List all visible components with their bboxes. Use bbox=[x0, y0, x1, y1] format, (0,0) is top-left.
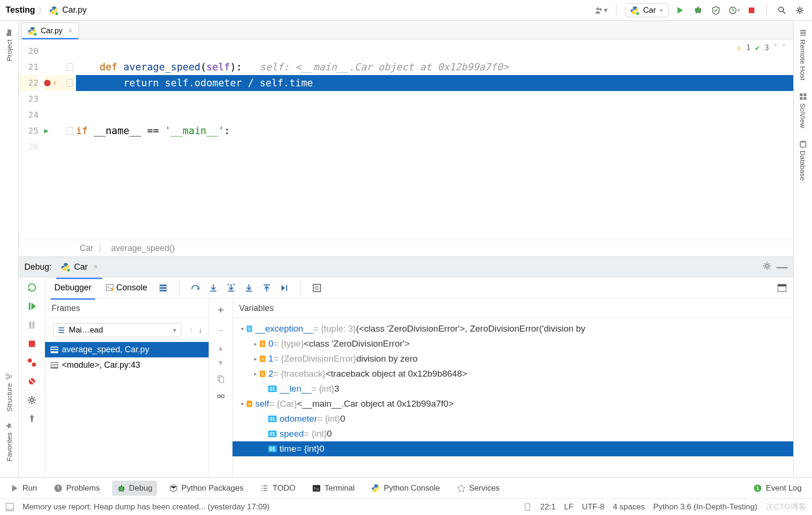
toolwindow-services[interactable]: Services bbox=[452, 481, 504, 496]
crumb-func[interactable]: average_speed() bbox=[111, 243, 175, 253]
users-icon[interactable]: ▾ bbox=[594, 4, 608, 17]
glasses-icon[interactable] bbox=[216, 392, 226, 403]
code-content[interactable]: def average_speed(self): self: <__main__… bbox=[76, 39, 793, 240]
step-into-icon[interactable] bbox=[208, 282, 219, 294]
debug-settings-icon[interactable] bbox=[762, 261, 772, 273]
toolwindow-debug[interactable]: Debug bbox=[112, 481, 157, 496]
status-message[interactable]: Memory use report: Heap dump has been cr… bbox=[23, 502, 270, 512]
coverage-button[interactable] bbox=[709, 4, 722, 17]
step-into-my-icon[interactable] bbox=[226, 282, 237, 294]
move-down-icon[interactable]: ▼ bbox=[217, 359, 225, 367]
prev-frame-icon[interactable]: ↑ bbox=[186, 326, 195, 334]
view-breakpoints-icon[interactable] bbox=[25, 356, 38, 369]
editor-breadcrumb[interactable]: Car 〉 average_speed() bbox=[19, 240, 793, 257]
var-row[interactable]: ▾≡__exception__ = {tuple: 3} (<class 'Ze… bbox=[233, 321, 793, 336]
step-out-icon[interactable] bbox=[261, 282, 272, 294]
var-row[interactable]: ▸≡0 = {type} <class 'ZeroDivisionError'> bbox=[233, 336, 793, 351]
var-row[interactable]: ▸≡2 = {traceback} <traceback object at 0… bbox=[233, 366, 793, 381]
status-line-sep[interactable]: LF bbox=[564, 502, 573, 512]
toolwindow-terminal[interactable]: Terminal bbox=[308, 481, 359, 496]
run-config-combo[interactable]: Car ▼ bbox=[625, 3, 669, 17]
breadcrumb[interactable]: Testing 〉 Car.py bbox=[6, 5, 87, 16]
frames-pane: Frames Mai…ead ▼ ↑ ↓ average_speed, Car. bbox=[45, 299, 209, 477]
profile-button[interactable]: ▾ bbox=[727, 4, 740, 17]
var-row[interactable]: 01speed = {int} 0 bbox=[233, 426, 793, 441]
chevron-updown-icon[interactable]: ˄ ˅ bbox=[774, 43, 786, 52]
resume-icon[interactable] bbox=[25, 300, 38, 313]
close-tab-icon[interactable]: × bbox=[68, 27, 72, 35]
stop-icon[interactable] bbox=[25, 337, 38, 350]
status-indent[interactable]: 4 spaces bbox=[613, 502, 645, 512]
memory-icon[interactable] bbox=[523, 503, 532, 511]
run-gutter-icon[interactable]: ▶ bbox=[44, 123, 49, 139]
python-file-icon bbox=[28, 27, 36, 35]
fold-icon[interactable] bbox=[67, 63, 73, 71]
var-row-selected[interactable]: 01time = {int} 0 bbox=[233, 441, 793, 456]
toolwindow-remotehost[interactable]: Remote Host bbox=[799, 25, 807, 84]
search-button[interactable] bbox=[775, 4, 789, 17]
debug-button[interactable] bbox=[692, 4, 705, 17]
thread-combo[interactable]: Mai…ead ▼ bbox=[53, 323, 181, 337]
chevron-right-icon: 〉 bbox=[98, 243, 106, 254]
status-encoding[interactable]: UTF-8 bbox=[582, 502, 604, 512]
toolwindow-favorites[interactable]: Favorites bbox=[5, 418, 13, 465]
toolwindow-sciview[interactable]: SciView bbox=[799, 89, 807, 132]
minimize-icon[interactable]: — bbox=[776, 260, 788, 273]
pin-icon[interactable] bbox=[25, 412, 38, 425]
editor-tab-car[interactable]: Car.py × bbox=[22, 23, 79, 39]
editor-inspections[interactable]: ⚠1 ✔3 ˄ ˅ bbox=[737, 43, 786, 52]
toolwindow-event-log[interactable]: 1Event Log bbox=[749, 481, 806, 496]
close-icon[interactable]: × bbox=[93, 263, 98, 271]
threads-icon[interactable] bbox=[158, 282, 169, 294]
run-to-cursor-icon[interactable] bbox=[279, 282, 290, 294]
debug-body: Debugger Console bbox=[19, 277, 793, 477]
add-watch-icon[interactable]: ＋ bbox=[216, 303, 226, 317]
debug-title-label: Debug: bbox=[24, 262, 52, 272]
breadcrumb-root[interactable]: Testing bbox=[6, 5, 35, 15]
toolwindow-structure[interactable]: Structure bbox=[5, 369, 13, 416]
status-position[interactable]: 22:1 bbox=[540, 502, 556, 512]
toolwindow-problems[interactable]: Problems bbox=[49, 481, 105, 496]
remove-watch-icon[interactable]: － bbox=[216, 323, 226, 337]
debug-settings-icon[interactable] bbox=[25, 394, 38, 407]
var-row[interactable]: 01odometer = {int} 0 bbox=[233, 411, 793, 426]
left-toolwindow-stripe: Project Structure Favorites bbox=[0, 21, 19, 477]
debug-session-tab[interactable]: Car × bbox=[56, 259, 102, 275]
toolwindow-toggle-icon[interactable] bbox=[6, 503, 14, 511]
mute-breakpoints-icon[interactable] bbox=[25, 375, 38, 388]
variables-tree[interactable]: ▾≡__exception__ = {tuple: 3} (<class 'Ze… bbox=[233, 318, 793, 477]
var-row[interactable]: ▾≡self = {Car} <__main__.Car object at 0… bbox=[233, 396, 793, 411]
fold-icon[interactable] bbox=[67, 79, 73, 87]
breakpoint-icon[interactable] bbox=[44, 80, 51, 86]
tab-debugger[interactable]: Debugger bbox=[51, 280, 95, 295]
force-step-into-icon[interactable] bbox=[243, 282, 255, 294]
svg-rect-22 bbox=[800, 32, 806, 34]
stop-button[interactable] bbox=[745, 4, 758, 17]
toolwindow-python-packages[interactable]: Python Packages bbox=[165, 481, 248, 496]
step-over-icon[interactable] bbox=[190, 282, 201, 294]
code-editor[interactable]: 20 21 22 23 24 25 26 ⚡ ▶ def average_spe… bbox=[19, 39, 793, 240]
evaluate-icon[interactable] bbox=[311, 282, 323, 294]
next-frame-icon[interactable]: ↓ bbox=[195, 326, 205, 334]
move-up-icon[interactable]: ▲ bbox=[217, 344, 225, 352]
toolwindow-database[interactable]: Database bbox=[799, 136, 807, 184]
status-interpreter[interactable]: Python 3.6 (In-Depth-Testing) bbox=[653, 502, 757, 512]
toolwindow-todo[interactable]: TODO bbox=[256, 481, 300, 496]
stack-frame[interactable]: average_speed, Car.py bbox=[45, 342, 209, 357]
crumb-class[interactable]: Car bbox=[80, 243, 93, 253]
pause-icon[interactable] bbox=[25, 318, 38, 332]
settings-button[interactable] bbox=[793, 4, 806, 17]
toolwindow-python-console[interactable]: Python Console bbox=[367, 481, 444, 496]
var-row[interactable]: 01__len__ = {int} 3 bbox=[233, 381, 793, 396]
layout-settings-icon[interactable] bbox=[776, 282, 788, 294]
var-row[interactable]: ▸≡1 = {ZeroDivisionError} division by ze… bbox=[233, 351, 793, 366]
rerun-icon[interactable] bbox=[25, 281, 38, 294]
stack-frame[interactable]: <module>, Car.py:43 bbox=[45, 357, 209, 373]
breadcrumb-file[interactable]: Car.py bbox=[62, 5, 87, 15]
copy-icon[interactable] bbox=[216, 374, 226, 385]
tab-console[interactable]: Console bbox=[102, 280, 151, 295]
run-button[interactable] bbox=[674, 4, 687, 17]
fold-icon[interactable] bbox=[67, 127, 73, 135]
toolwindow-run[interactable]: Run bbox=[6, 481, 42, 496]
toolwindow-project[interactable]: Project bbox=[5, 25, 13, 65]
